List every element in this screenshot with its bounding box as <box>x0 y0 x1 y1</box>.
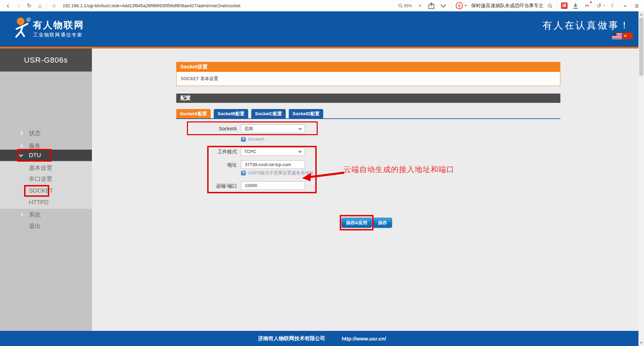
sidebar-item-httpd[interactable]: HTTPD <box>0 197 92 208</box>
brand-subtitle: 工业物联网通信专家 <box>33 32 83 38</box>
history-undo-button[interactable]: ↺ <box>595 2 605 10</box>
sidebar-item-label: SOCKET <box>29 187 53 194</box>
reload-icon[interactable]: ↻ <box>25 2 33 10</box>
remote-port-label: 远端-端口 <box>185 183 237 189</box>
help-icon: ? <box>241 171 246 175</box>
flag-cn-icon[interactable]: ★ <box>623 33 633 39</box>
socket-tabs: SocketA配置 SocketB配置 SocketC配置 SocketD配置 <box>176 109 323 118</box>
device-name: USR-G806s <box>0 48 92 72</box>
annotation-text: 云端自动生成的接入地址和端口 <box>344 164 454 175</box>
panel-subtitle-box: SOCKET 基本设置 <box>176 72 560 86</box>
scroll-down-icon[interactable] <box>640 342 643 344</box>
panel-title: Socket设置 <box>180 64 208 70</box>
home-icon[interactable]: ⌂ <box>36 2 44 10</box>
socketa-hint: ? SocketA <box>241 137 264 142</box>
hint-text: SocketA <box>248 137 264 142</box>
sidebar-item-label: 串口设置 <box>29 175 52 183</box>
site-header: R 有人物联网 工业物联网通信专家 有人在认真做事！ ★ <box>0 11 644 48</box>
tab-socket-d[interactable]: SocketD配置 <box>289 109 323 118</box>
scrollbar-thumb[interactable] <box>639 18 643 76</box>
save-button[interactable]: 保存 <box>373 218 392 228</box>
page-zoom-control[interactable]: 95% <box>398 3 412 8</box>
header-slogan: 有人在认真做事！ <box>542 19 631 32</box>
sidebar-item-system[interactable]: 系统 <box>0 209 92 220</box>
menu-icon[interactable]: ≡ <box>633 2 641 10</box>
undo-icon: ↺ <box>595 2 603 10</box>
tab-socket-c[interactable]: SocketC配置 <box>251 109 286 118</box>
address-bar-url[interactable]: 192.168.1.1/cgi-bin/luci/;stok=4dd13f845… <box>63 3 240 8</box>
divider <box>47 3 47 9</box>
section-title: 配置 <box>180 95 191 101</box>
select-chevron-icon <box>298 127 302 131</box>
remote-port-field-wrap <box>241 181 305 190</box>
engine-dropdown-icon <box>464 5 467 7</box>
workmode-select[interactable]: TCPC <box>241 147 305 156</box>
page: ‹ › ↻ ⌂ ☆ 192.168.1.1/cgi-bin/luci/;stok… <box>0 0 644 346</box>
magnifier-icon <box>398 3 403 8</box>
page-footer: 济南有人物联网技术有限公司 http://www.usr.cn/ <box>0 331 644 346</box>
download-icon[interactable] <box>572 2 579 10</box>
workmode-label: 工作模式 <box>185 149 237 155</box>
sidebar-item-label: 系统 <box>29 211 41 219</box>
socketa-select[interactable]: 启用 <box>241 125 305 133</box>
bookmark-star-icon[interactable]: ☆ <box>50 2 58 10</box>
tab-socket-a[interactable]: SocketA配置 <box>176 109 211 118</box>
address-hint: ? UDPS模式不需要设置服务器地址 <box>241 170 314 176</box>
usr-logo-icon: R <box>11 17 33 40</box>
sidebar-item-logout[interactable]: 退出 <box>0 220 92 232</box>
search-engine-button[interactable]: S <box>456 2 467 9</box>
chevron-down-icon <box>19 154 23 157</box>
chevron-right-icon <box>20 131 23 136</box>
panel-subtitle: SOCKET 基本设置 <box>181 76 218 82</box>
new-tab-icon[interactable]: ＋ <box>621 2 629 10</box>
sidebar-item-label: 服务 <box>29 142 41 150</box>
search-suggestion-text[interactable]: 保时捷高速插队未成恐吓当事车主 <box>471 3 543 9</box>
hint-text: UDPS模式不需要设置服务器地址 <box>248 170 314 176</box>
tab-socket-b[interactable]: SocketB配置 <box>214 109 248 118</box>
flag-us-icon[interactable] <box>612 33 622 39</box>
address-input[interactable] <box>244 162 302 167</box>
svg-text:R: R <box>28 19 29 21</box>
panel-title-bar: Socket设置 <box>176 62 560 72</box>
sogou-icon: S <box>456 2 463 9</box>
brand-title: 有人物联网 <box>33 19 84 31</box>
socketa-label: SocketA <box>185 126 237 131</box>
zoom-level-label: 95% <box>404 3 412 8</box>
browser-toolbar: ‹ › ↻ ⌂ ☆ 192.168.1.1/cgi-bin/luci/;stok… <box>0 0 644 12</box>
save-apply-button[interactable]: 保存&应用 <box>341 218 372 228</box>
share-icon[interactable] <box>428 2 435 10</box>
sidebar-item-label: DTU <box>29 152 41 159</box>
sidebar-item-serial-settings[interactable]: 串口设置 <box>0 173 92 185</box>
sidebar-item-basic-settings[interactable]: 基本设置 <box>0 162 92 174</box>
tab-underline <box>176 118 560 119</box>
socketa-selected-value: 启用 <box>244 126 253 132</box>
sidebar-item-label: 基本设置 <box>29 164 52 172</box>
back-icon[interactable]: ‹ <box>4 2 12 10</box>
section-title-bar: 配置 <box>176 94 560 103</box>
night-mode-icon[interactable]: ☾ <box>610 2 617 10</box>
address-field-wrap <box>241 160 305 169</box>
page-scrollbar[interactable] <box>638 11 644 346</box>
remote-port-input[interactable] <box>244 183 302 188</box>
chevron-right-icon <box>20 143 23 148</box>
select-chevron-icon <box>298 150 302 153</box>
language-switcher: ★ <box>612 33 633 39</box>
chevron-right-icon <box>20 212 23 217</box>
search-icon[interactable] <box>548 3 552 8</box>
translate-icon[interactable]: 译 <box>561 2 568 9</box>
sidebar-item-label: 退出 <box>29 222 41 230</box>
help-icon: ? <box>241 137 246 142</box>
forward-icon[interactable]: › <box>15 2 22 10</box>
scroll-up-icon[interactable] <box>640 13 643 15</box>
clip-scissors-icon[interactable]: ✂ <box>583 2 591 10</box>
address-label: 地址 <box>185 162 237 168</box>
chevron-down-icon[interactable] <box>440 2 447 10</box>
notification-dot <box>590 1 592 3</box>
flash-icon[interactable]: ⚡ <box>416 2 424 10</box>
sidebar-item-socket[interactable]: SOCKET <box>0 185 92 197</box>
sidebar-item-status[interactable]: 状态 <box>0 127 92 139</box>
footer-site-link[interactable]: http://www.usr.cn/ <box>342 336 386 342</box>
sidebar-item-dtu[interactable]: DTU <box>0 150 92 161</box>
divider <box>451 3 452 9</box>
sidebar-item-label: 状态 <box>29 129 41 137</box>
